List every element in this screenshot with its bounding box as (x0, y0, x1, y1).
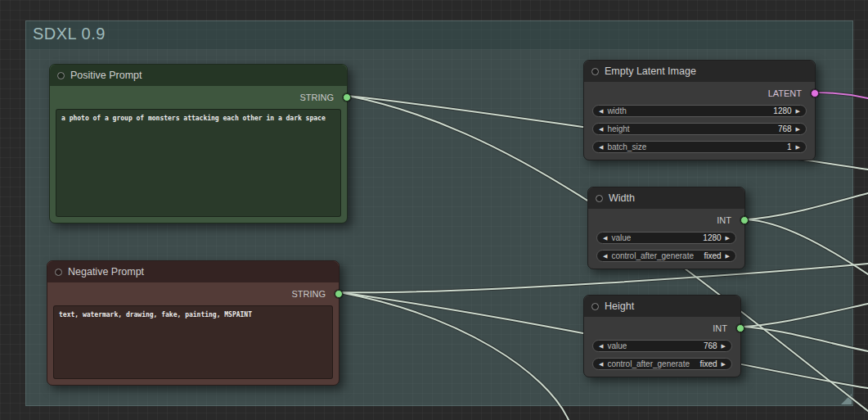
output-label: STRING (299, 93, 334, 102)
node-height[interactable]: Height INT ◀ value 768 ▶ ◀ control_after… (583, 295, 741, 377)
group-title-bar[interactable]: SDXL 0.9 (26, 21, 852, 49)
node-title: Negative Prompt (68, 266, 144, 278)
node-width[interactable]: Width INT ◀ value 1280 ▶ ◀ control_after… (587, 187, 745, 269)
node-empty-latent-image[interactable]: Empty Latent Image LATENT ◀ width 1280 ▶… (583, 60, 816, 160)
widget-name: control_after_generate (611, 251, 694, 260)
widget-value[interactable]: 768 (778, 124, 792, 133)
group-resize-handle-icon[interactable] (841, 394, 852, 404)
widget-name: height (607, 124, 629, 133)
decrement-arrow-icon[interactable]: ◀ (599, 144, 603, 150)
node-positive-prompt[interactable]: Positive Prompt STRING a photo of a grou… (49, 64, 348, 224)
widget-value[interactable]: 1280 (773, 106, 791, 115)
widget-list: ◀ value 1280 ▶ ◀ control_after_generate … (588, 232, 744, 269)
node-graph-canvas[interactable]: SDXL 0.9 (0, 0, 868, 420)
output-row: STRING (50, 86, 347, 109)
increment-arrow-icon[interactable]: ▶ (796, 144, 800, 150)
prompt-textarea[interactable]: text, watermark, drawing, fake, painting… (53, 305, 333, 379)
widget-batch-size[interactable]: ◀ batch_size 1 ▶ (592, 141, 807, 153)
node-title-bar[interactable]: Negative Prompt (47, 261, 339, 282)
output-label: INT (713, 323, 727, 333)
widget-name: control_after_generate (607, 359, 690, 368)
output-row: STRING (47, 282, 339, 305)
widget-name: width (607, 106, 626, 115)
node-title-bar[interactable]: Width (588, 187, 744, 209)
widget-value[interactable]: 1 (787, 142, 792, 151)
widget-width[interactable]: ◀ width 1280 ▶ (592, 105, 807, 117)
node-negative-prompt[interactable]: Negative Prompt STRING text, watermark, … (47, 260, 340, 386)
node-title-bar[interactable]: Empty Latent Image (584, 61, 815, 82)
collapse-dot-icon[interactable] (591, 303, 599, 310)
widget-value[interactable]: 768 (704, 341, 717, 350)
collapse-dot-icon[interactable] (596, 195, 603, 202)
decrement-arrow-icon[interactable]: ◀ (599, 126, 603, 132)
widget-value[interactable]: ◀ value 1280 ▶ (596, 232, 736, 244)
output-row: LATENT (584, 82, 815, 105)
output-row: INT (588, 209, 744, 232)
output-label: LATENT (768, 88, 802, 98)
widget-control-after-generate[interactable]: ◀ control_after_generate fixed ▶ (596, 250, 736, 262)
group-title: SDXL 0.9 (33, 25, 106, 43)
widget-height[interactable]: ◀ height 768 ▶ (592, 123, 807, 135)
increment-arrow-icon[interactable]: ▶ (796, 108, 800, 114)
node-title: Positive Prompt (70, 70, 142, 81)
int-output-slot[interactable] (740, 216, 749, 224)
widget-name: batch_size (607, 142, 646, 151)
string-output-slot[interactable] (343, 93, 351, 102)
prompt-textarea[interactable]: a photo of a group of monsters attacking… (56, 109, 341, 217)
node-title: Empty Latent Image (605, 65, 696, 77)
output-row: INT (584, 317, 740, 340)
node-title-bar[interactable]: Height (584, 296, 740, 317)
increment-arrow-icon[interactable]: ▶ (722, 361, 726, 367)
widget-value[interactable]: 1280 (703, 233, 721, 242)
collapse-dot-icon[interactable] (57, 72, 65, 79)
string-output-slot[interactable] (335, 290, 343, 298)
increment-arrow-icon[interactable]: ▶ (726, 235, 730, 241)
int-output-slot[interactable] (736, 324, 744, 332)
decrement-arrow-icon[interactable]: ◀ (599, 343, 603, 349)
decrement-arrow-icon[interactable]: ◀ (603, 235, 607, 241)
increment-arrow-icon[interactable]: ▶ (726, 253, 730, 259)
widget-list: ◀ value 768 ▶ ◀ control_after_generate f… (584, 340, 740, 377)
output-label: INT (717, 215, 731, 225)
collapse-dot-icon[interactable] (591, 68, 599, 75)
collapse-dot-icon[interactable] (55, 269, 62, 276)
output-label: STRING (291, 289, 326, 299)
widget-name: value (607, 341, 627, 350)
decrement-arrow-icon[interactable]: ◀ (599, 361, 603, 367)
latent-output-slot[interactable] (811, 89, 819, 97)
decrement-arrow-icon[interactable]: ◀ (599, 108, 603, 114)
widget-value[interactable]: fixed (699, 359, 717, 368)
widget-name: value (611, 233, 631, 242)
node-title: Width (609, 192, 635, 204)
decrement-arrow-icon[interactable]: ◀ (603, 253, 607, 259)
widget-value[interactable]: ◀ value 768 ▶ (592, 340, 732, 352)
increment-arrow-icon[interactable]: ▶ (722, 343, 726, 349)
widget-control-after-generate[interactable]: ◀ control_after_generate fixed ▶ (592, 358, 732, 370)
widget-value[interactable]: fixed (704, 251, 721, 260)
node-title: Height (605, 300, 634, 312)
node-title-bar[interactable]: Positive Prompt (50, 65, 347, 86)
increment-arrow-icon[interactable]: ▶ (796, 126, 800, 132)
widget-list: ◀ width 1280 ▶ ◀ height 768 ▶ ◀ batch_si… (584, 105, 815, 160)
